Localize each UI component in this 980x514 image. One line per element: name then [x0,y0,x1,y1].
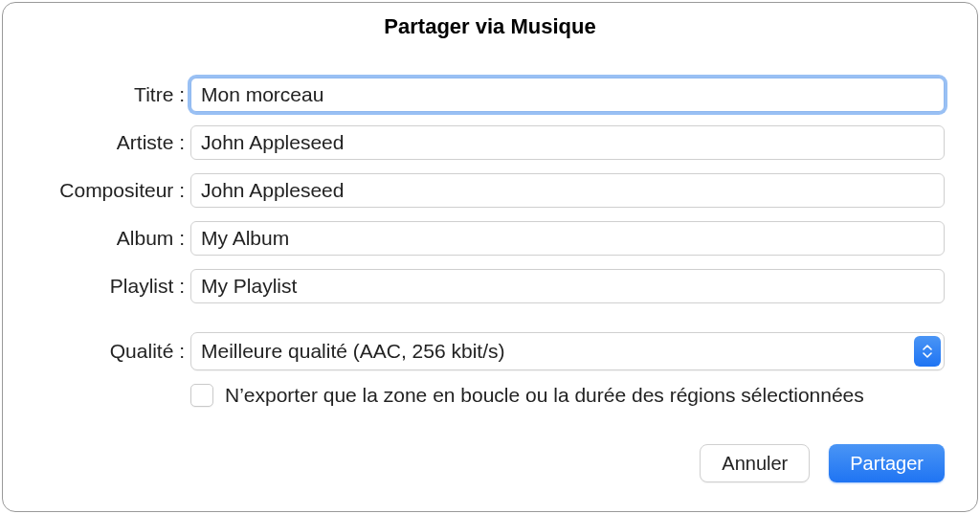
artist-input[interactable] [190,125,945,160]
row-composer: Compositeur : [35,173,945,208]
row-title: Titre : [35,78,945,112]
field-title-wrapper [190,78,945,112]
quality-select-value: Meilleure qualité (AAC, 256 kbit/s) [190,332,945,370]
dialog-content: Titre : Artiste : Compositeur : Album : [3,55,977,444]
label-playlist: Playlist : [35,275,190,298]
export-loop-checkbox[interactable] [190,384,213,407]
row-playlist: Playlist : [35,269,945,303]
cancel-button[interactable]: Annuler [700,444,810,482]
playlist-input[interactable] [190,269,945,303]
label-composer: Compositeur : [35,179,190,202]
label-title: Titre : [35,83,190,106]
label-quality: Qualité : [35,340,190,363]
dialog-title: Partager via Musique [3,3,977,55]
field-artist-wrapper [190,125,945,160]
row-artist: Artiste : [35,125,945,160]
dialog-footer: Annuler Partager [3,444,977,511]
updown-icon [914,336,941,367]
row-export-loop-only: N’exporter que la zone en boucle ou la d… [190,384,945,407]
row-album: Album : [35,221,945,256]
label-artist: Artiste : [35,131,190,154]
field-quality-wrapper: Meilleure qualité (AAC, 256 kbit/s) [190,332,945,370]
field-album-wrapper [190,221,945,256]
row-quality: Qualité : Meilleure qualité (AAC, 256 kb… [35,332,945,370]
label-album: Album : [35,227,190,250]
quality-select[interactable]: Meilleure qualité (AAC, 256 kbit/s) [190,332,945,370]
field-playlist-wrapper [190,269,945,303]
share-via-music-dialog: Partager via Musique Titre : Artiste : C… [2,2,978,512]
album-input[interactable] [190,221,945,256]
export-loop-label: N’exporter que la zone en boucle ou la d… [225,384,864,407]
share-button[interactable]: Partager [829,444,945,482]
title-input[interactable] [190,78,945,112]
field-composer-wrapper [190,173,945,208]
composer-input[interactable] [190,173,945,208]
